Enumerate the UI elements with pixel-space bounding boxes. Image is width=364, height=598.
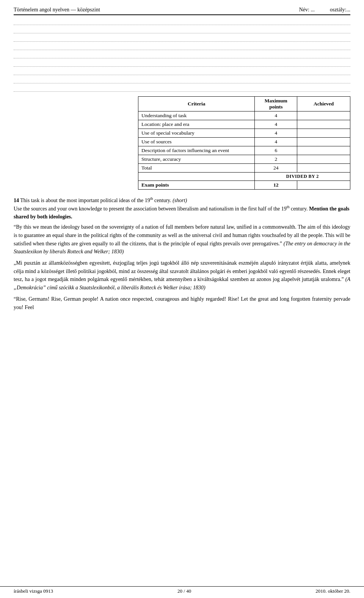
achieved-cell bbox=[297, 164, 350, 173]
achieved-cell bbox=[297, 138, 350, 146]
page-header: Történelem angol nyelven — középszint Né… bbox=[14, 7, 350, 15]
dotted-line bbox=[14, 59, 350, 67]
task-bold-instruction: Mention the goals shared by both ideolog… bbox=[14, 206, 350, 220]
page-footer: írásbeli vizsga 0913 20 / 40 2010. októb… bbox=[0, 586, 364, 594]
exam-points-value: 12 bbox=[255, 181, 297, 190]
table-row: Description of factors influencing an ev… bbox=[138, 146, 350, 155]
col-header-max: Maximum points bbox=[255, 97, 297, 111]
achieved-cell bbox=[297, 129, 350, 138]
dotted-lines-area bbox=[14, 17, 350, 92]
divided-by-empty bbox=[138, 173, 255, 181]
quote-en: “By this we mean the ideology based on t… bbox=[14, 223, 350, 256]
task-sup2: th bbox=[287, 205, 290, 209]
col-header-criteria: Criteria bbox=[138, 97, 255, 111]
exam-points-label: Exam points bbox=[138, 181, 255, 190]
table-row: Use of sources 4 bbox=[138, 138, 350, 146]
header-right: Név: ... osztály:... bbox=[299, 7, 350, 13]
quote-hu: „Mi pusztán az államközösségben egyesíte… bbox=[14, 259, 350, 292]
task-instruction: Use the sources and your own knowledge t… bbox=[14, 206, 350, 220]
dotted-line bbox=[14, 26, 350, 33]
max-cell: 6 bbox=[255, 146, 297, 155]
max-cell: 2 bbox=[255, 155, 297, 164]
dotted-line bbox=[14, 51, 350, 58]
name-label: Név: ... bbox=[299, 7, 315, 13]
quote-rise: “Rise, Germans! Rise, German people! A n… bbox=[14, 295, 350, 311]
divided-by-row: DIVIDED BY 2 bbox=[138, 173, 350, 181]
achieved-cell bbox=[297, 111, 350, 120]
dotted-line bbox=[14, 76, 350, 83]
achieved-cell bbox=[297, 146, 350, 155]
dotted-line bbox=[14, 17, 350, 25]
criteria-cell: Use of special vocabulary bbox=[138, 129, 255, 138]
task-sup: th bbox=[150, 196, 153, 201]
dotted-line bbox=[14, 34, 350, 42]
task-intro: This task is about the most important po… bbox=[20, 198, 187, 203]
task-section: 14 This task is about the most important… bbox=[14, 196, 350, 311]
table-row: Use of special vocabulary 4 bbox=[138, 129, 350, 138]
task-number: 14 bbox=[14, 198, 19, 203]
criteria-cell: Use of sources bbox=[138, 138, 255, 146]
dotted-line bbox=[14, 67, 350, 75]
criteria-cell: Total bbox=[138, 164, 255, 173]
table-row: Total 24 bbox=[138, 164, 350, 173]
exam-points-achieved bbox=[297, 181, 350, 190]
subject-title: Történelem angol nyelven — középszint bbox=[14, 7, 100, 13]
criteria-table-section: Criteria Maximum points Achieved Underst… bbox=[14, 96, 350, 190]
dotted-line bbox=[14, 84, 350, 92]
exam-date: 2010. október 20. bbox=[315, 588, 350, 594]
criteria-cell: Location: place and era bbox=[138, 120, 255, 129]
col-header-achieved: Achieved bbox=[297, 97, 350, 111]
max-cell: 4 bbox=[255, 120, 297, 129]
dotted-line bbox=[14, 42, 350, 50]
max-cell: 4 bbox=[255, 111, 297, 120]
table-row: Location: place and era 4 bbox=[138, 120, 350, 129]
criteria-cell: Understanding of task bbox=[138, 111, 255, 120]
achieved-cell bbox=[297, 155, 350, 164]
table-row: Structure, accuracy 2 bbox=[138, 155, 350, 164]
achieved-cell bbox=[297, 120, 350, 129]
max-cell: 4 bbox=[255, 129, 297, 138]
task-body: “By this we mean the ideology based on t… bbox=[14, 223, 350, 311]
divided-by-label: DIVIDED BY 2 bbox=[255, 173, 350, 181]
quote-hu-source: (A „Demokrácia” című szócikk a Staatslex… bbox=[14, 276, 350, 290]
table-row: Understanding of task 4 bbox=[138, 111, 350, 120]
criteria-table: Criteria Maximum points Achieved Underst… bbox=[138, 96, 350, 190]
class-label: osztály:... bbox=[330, 7, 350, 13]
exam-code: írásbeli vizsga 0913 bbox=[14, 588, 53, 594]
quote-en-source: (The entry on democracy in the Staatslex… bbox=[14, 241, 350, 255]
task-header: 14 This task is about the most important… bbox=[14, 196, 350, 221]
criteria-cell: Structure, accuracy bbox=[138, 155, 255, 164]
page-number: 20 / 40 bbox=[177, 588, 191, 594]
criteria-cell: Description of factors influencing an ev… bbox=[138, 146, 255, 155]
task-short-tag: (short) bbox=[173, 198, 187, 203]
max-cell: 4 bbox=[255, 138, 297, 146]
exam-points-row: Exam points 12 bbox=[138, 181, 350, 190]
max-cell: 24 bbox=[255, 164, 297, 173]
